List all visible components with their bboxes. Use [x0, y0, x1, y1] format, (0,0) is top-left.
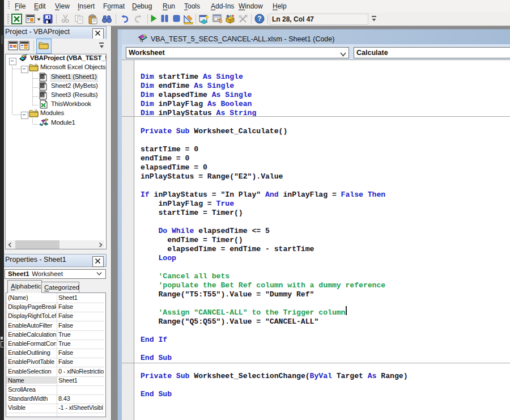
svg-text:?: ?	[257, 15, 261, 23]
